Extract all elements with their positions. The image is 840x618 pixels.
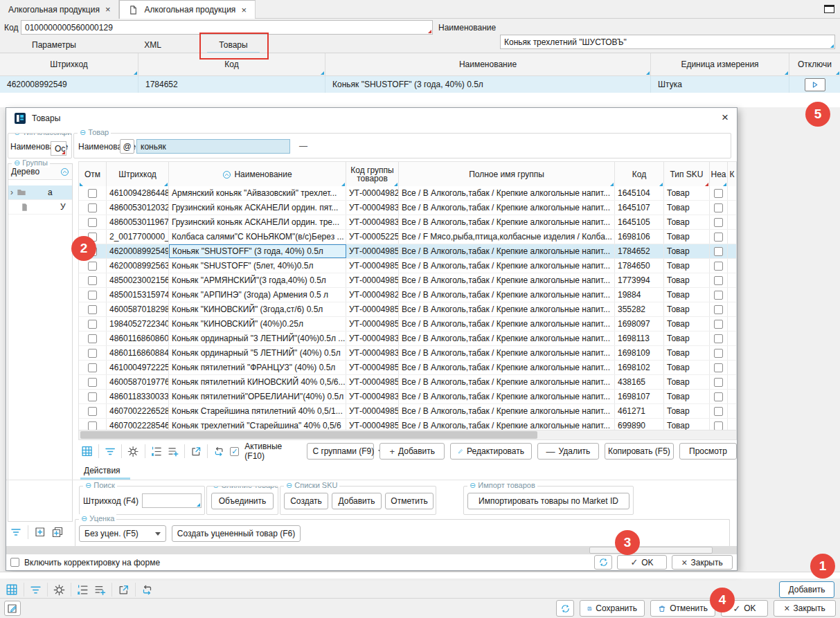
row-inactive-checkbox[interactable] — [714, 421, 723, 430]
row-sku-type[interactable]: Товар — [664, 419, 710, 430]
row-barcode[interactable]: 4620008992563 — [107, 259, 169, 273]
row-sku-type[interactable]: Товар — [664, 230, 710, 244]
row-group-name[interactable]: Все / В Алкоголь,табак / Крепкие алкогол… — [399, 288, 615, 302]
view-product-button[interactable]: Просмотр — [679, 443, 737, 460]
row-barcode[interactable]: 4860053011967 — [107, 215, 169, 229]
row-select-checkbox[interactable] — [88, 407, 97, 416]
numbered-list-icon[interactable] — [151, 446, 162, 457]
row-name[interactable]: Коньяк трехлетний "Старейшина" 40% 0,5/6 — [169, 419, 346, 430]
row-group-name[interactable]: Все / В Алкоголь,табак / Крепкие алкогол… — [399, 259, 615, 273]
product-row[interactable]: 4860053012032Грузинский коньяк АСКАНЕЛИ … — [79, 201, 736, 215]
row-group-name[interactable]: Все / В Алкоголь,табак / Крепкие алкогол… — [399, 404, 615, 418]
row-group-name[interactable]: Все / В Алкоголь,табак / Крепкие алкогол… — [399, 317, 615, 331]
name-field[interactable]: Коньяк трехлетний "ШУСТОВЪ" — [500, 35, 835, 49]
repeat-icon[interactable] — [213, 446, 224, 457]
product-row[interactable]: 2_0017700000_Колбаса салями"С КОНЬЯКОМ"(… — [79, 230, 736, 244]
tree-item-file[interactable]: У — [8, 200, 72, 215]
row-select-checkbox[interactable] — [88, 305, 97, 314]
classifier-value-field[interactable]: Ос — [51, 141, 66, 156]
app-tab-2[interactable]: Алкогольная продукция × — [119, 0, 255, 19]
row-name[interactable]: Коньяк "АРМЯНСКИЙ"(3 года,40%) 0.5л — [169, 273, 346, 287]
row-name[interactable]: Коньяк "КИНОВСКИЙ" (40%)0.25л — [169, 317, 346, 331]
row-code[interactable]: 1698097 — [615, 317, 664, 331]
row-sku-type[interactable]: Товар — [664, 390, 710, 403]
tab-xml[interactable]: XML — [102, 36, 203, 54]
row-sku-type[interactable]: Товар — [664, 215, 710, 229]
copy-product-button[interactable]: Копировать (F5) — [605, 443, 674, 460]
row-code[interactable]: 461271 — [615, 404, 664, 418]
row-code[interactable]: 1645104 — [615, 186, 664, 200]
product-row[interactable]: 4607002228546Коньяк трехлетний "Старейши… — [79, 419, 736, 430]
col-inactive[interactable]: Неа — [710, 162, 728, 187]
row-code[interactable]: 1784650 — [615, 259, 664, 273]
list-add-icon[interactable] — [94, 584, 106, 596]
row-group-name[interactable]: Все / В Алкоголь,табак / Крепкие алкогол… — [399, 419, 615, 430]
row-barcode[interactable]: 4860118330033 — [107, 390, 169, 403]
row-inactive-checkbox[interactable] — [714, 247, 723, 256]
row-sku-type[interactable]: Товар — [664, 375, 710, 389]
row-group-name[interactable]: Все / В Алкоголь,табак / Крепкие алкогол… — [399, 331, 615, 345]
row-code[interactable]: 699890 — [615, 419, 664, 430]
row-group-name[interactable]: Все / В Алкоголь,табак / Крепкие алкогол… — [399, 215, 615, 229]
sku-create-button[interactable]: Создать — [284, 493, 328, 509]
merge-button[interactable]: Объединить — [211, 493, 274, 509]
row-inactive-checkbox[interactable] — [714, 218, 723, 227]
row-sku-type[interactable]: Товар — [664, 404, 710, 418]
product-row[interactable]: 4860116860860Коньяк ординарный "3 ЛЕТНИЙ… — [79, 331, 736, 346]
row-name[interactable]: Коньяк ординарный "5 ЛЕТНИЙ" (40%) 0.5л — [169, 346, 346, 360]
row-select-checkbox[interactable] — [88, 349, 97, 358]
row-inactive-checkbox[interactable] — [714, 203, 723, 212]
tab-parametry[interactable]: Параметры — [6, 36, 102, 54]
row-code[interactable]: 1698106 — [615, 230, 664, 244]
add-product-button[interactable]: +Добавить — [379, 443, 445, 460]
row-code[interactable]: 1784652 — [615, 244, 664, 258]
row-barcode[interactable]: 2_0017700000_ — [107, 230, 169, 244]
product-row[interactable]: 4850023002156Коньяк "АРМЯНСКИЙ"(3 года,4… — [79, 273, 736, 288]
close-tab-icon[interactable]: × — [105, 5, 111, 14]
scrollbar-thumb[interactable] — [80, 431, 537, 439]
row-name[interactable]: Грузинский коньяк АСКАНЕЛИ ордин. тре... — [169, 215, 346, 229]
row-group-name[interactable]: Все / В Алкоголь,табак / Крепкие алкогол… — [399, 273, 615, 287]
sku-mark-button[interactable]: Отметить — [385, 493, 434, 509]
row-name[interactable]: Коньяк Старейшина пятилетний 40% 0,5/1..… — [169, 404, 346, 418]
row-select-checkbox[interactable] — [88, 334, 97, 343]
search-mode-button[interactable]: @ — [120, 139, 134, 154]
row-name[interactable]: Коньяк "SHUSTOFF" (3 года, 40%) 0.5л — [169, 244, 346, 258]
row-select-checkbox[interactable] — [88, 363, 97, 372]
external-link-icon[interactable] — [118, 584, 129, 596]
row-group-name[interactable]: Все / В Алкоголь,табак / Крепкие алкогол… — [399, 302, 615, 316]
row-group-code[interactable]: УТ-00004983 — [346, 215, 399, 229]
row-barcode[interactable]: 4850015315974 — [107, 288, 169, 302]
row-inactive-checkbox[interactable] — [714, 305, 723, 314]
groups-mode-select[interactable]: С группами (F9) — [307, 443, 374, 460]
row-group-name[interactable]: Все / В Алкоголь,табак / Крепкие алкогол… — [399, 375, 615, 389]
col-sku-type[interactable]: Тип SKU — [664, 162, 710, 187]
product-row[interactable]: 4610004972225Коньяк пятилетний "ФРАНЦУЗ"… — [79, 361, 736, 375]
row-barcode[interactable]: 4610004972225 — [107, 361, 169, 374]
row-group-code[interactable]: УТ-00004982 — [346, 186, 399, 200]
filter-icon[interactable] — [10, 527, 21, 538]
row-group-code[interactable]: УТ-00004983 — [346, 331, 399, 345]
linked-product-row[interactable]: 4620008992549 1784652 Коньяк "SHUSTOFF" … — [0, 76, 840, 93]
product-row[interactable]: 4610094286448Армянский коньяк "Айвазовск… — [79, 186, 736, 201]
filter-icon[interactable] — [105, 446, 116, 457]
row-code[interactable]: 1698102 — [615, 361, 664, 374]
row-barcode[interactable]: 4620008992549 — [107, 244, 169, 258]
row-group-code[interactable]: УТ-00004985 — [346, 259, 399, 273]
row-barcode[interactable]: 4600587018298 — [107, 302, 169, 316]
row-barcode[interactable]: 4600587019776 — [107, 375, 169, 389]
barcode-search-input[interactable] — [142, 493, 202, 508]
cancel-button[interactable]: Отменить — [650, 600, 715, 617]
row-name[interactable]: Коньяк ординарный "3 ЛЕТНИЙ"(40%)0.5л ..… — [169, 331, 346, 345]
col-unit[interactable]: Единица измерения — [651, 53, 789, 75]
row-group-name[interactable]: Все / В Алкоголь,табак / Крепкие алкогол… — [399, 361, 615, 374]
row-inactive-checkbox[interactable] — [714, 334, 723, 343]
col-code[interactable]: Код — [615, 162, 664, 187]
product-row[interactable]: 4860118330033Коньяк пятилетний"ОРБЕЛИАНИ… — [79, 390, 736, 404]
product-row[interactable]: 4850015315974Коньяк "АРПИНЭ" (3года) Арм… — [79, 288, 736, 302]
product-row[interactable]: 4860053011967Грузинский коньяк АСКАНЕЛИ … — [79, 215, 736, 230]
dialog-title-bar[interactable]: Товары × — [6, 108, 737, 129]
row-code[interactable]: 1645105 — [615, 215, 664, 229]
col-barcode[interactable]: Штрихкод — [0, 53, 138, 75]
external-link-icon[interactable] — [190, 446, 202, 457]
